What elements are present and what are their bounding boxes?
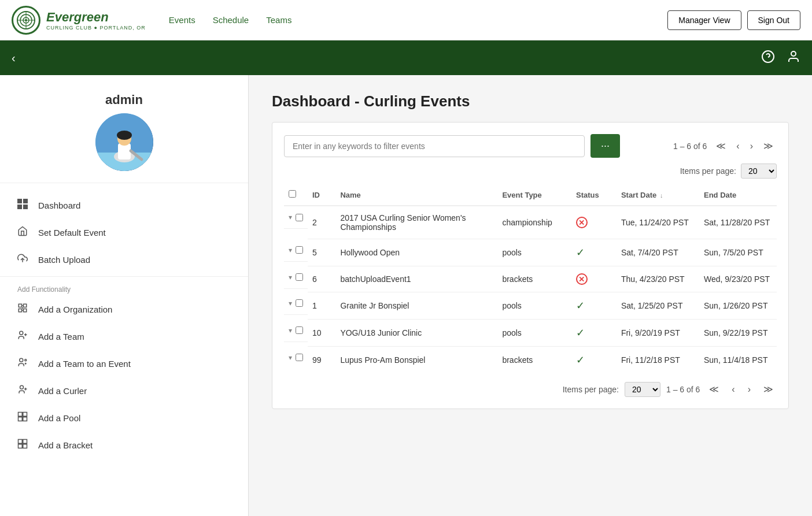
bottom-next-page-button[interactable]: ›	[744, 382, 754, 397]
table-header: ID Name Event Type Status Start Date ↓ E…	[284, 184, 777, 206]
svg-rect-13	[118, 143, 131, 159]
th-select-all	[284, 184, 308, 206]
header-row: ID Name Event Type Status Start Date ↓ E…	[284, 184, 777, 206]
svg-rect-24	[24, 309, 27, 312]
row-status: ✓	[571, 239, 617, 266]
table-body: ▾ 2 2017 USA Curling Senior Women's Cham…	[284, 206, 777, 373]
row-end-date: Sat, 11/28/20 PST	[699, 206, 777, 239]
sidebar-item-set-default[interactable]: Set Default Event	[0, 219, 248, 246]
row-end-date: Sun, 11/4/18 PST	[699, 347, 777, 374]
select-all-checkbox[interactable]	[289, 190, 296, 198]
expand-icon[interactable]: ▾	[289, 246, 292, 254]
add-bracket-icon	[17, 439, 30, 452]
sidebar-item-dashboard[interactable]: Dashboard	[0, 192, 248, 219]
sidebar-item-batch-upload[interactable]: Batch Upload	[0, 246, 248, 273]
sidebar-item-label: Add a Curler	[38, 386, 87, 396]
status-ok-icon: ✓	[576, 247, 585, 258]
profile-icon[interactable]	[787, 50, 800, 66]
sidebar-item-label: Batch Upload	[38, 255, 90, 265]
row-id: 1	[308, 292, 335, 320]
avatar	[95, 113, 153, 171]
row-status: ✓	[571, 292, 617, 320]
row-checkbox[interactable]	[296, 246, 303, 254]
top-navigation: Evergreen CURLING CLUB ● PORTLAND, OR Ev…	[0, 0, 812, 40]
nav-teams[interactable]: Teams	[266, 15, 291, 25]
row-checkbox[interactable]	[296, 273, 303, 281]
sidebar-item-add-pool[interactable]: Add a Pool	[0, 404, 248, 432]
sidebar-item-add-org[interactable]: Add a Organization	[0, 296, 248, 323]
add-org-icon	[17, 303, 30, 316]
logo: Evergreen CURLING CLUB ● PORTLAND, OR	[12, 6, 146, 35]
bottom-last-page-button[interactable]: ≫	[760, 381, 777, 397]
status-ok-icon: ✓	[576, 300, 585, 311]
help-icon[interactable]	[761, 50, 775, 66]
svg-rect-18	[23, 199, 28, 203]
row-name: Lupus Pro-Am Bonspiel	[335, 347, 497, 374]
row-event-type: brackets	[497, 266, 571, 292]
row-checkbox[interactable]	[296, 354, 303, 361]
expand-icon[interactable]: ▾	[289, 299, 292, 307]
upload-icon	[17, 253, 30, 266]
first-page-button[interactable]: ≪	[713, 138, 729, 154]
manager-view-button[interactable]: Manager View	[667, 10, 741, 30]
svg-rect-42	[23, 417, 27, 421]
sidebar-item-label: Add a Team	[38, 332, 84, 341]
next-page-button[interactable]: ›	[747, 139, 756, 154]
page-info: 1 – 6 of 6	[673, 142, 707, 151]
filter-button[interactable]: ···	[590, 134, 620, 158]
svg-rect-45	[23, 440, 27, 444]
table-row: ▾ 5 Hollywood Open pools ✓ Sat, 7/4/20 P…	[284, 239, 777, 266]
row-status: ✓	[571, 347, 617, 374]
expand-icon[interactable]: ▾	[289, 354, 292, 362]
prev-page-button[interactable]: ‹	[733, 139, 743, 154]
items-per-page-select[interactable]: 20 50 100	[741, 164, 777, 179]
row-checkbox[interactable]	[296, 299, 303, 307]
bottom-first-page-button[interactable]: ≪	[706, 381, 722, 397]
row-status: ✓	[571, 320, 617, 347]
sign-out-button[interactable]: Sign Out	[747, 10, 800, 30]
add-team-icon	[17, 330, 30, 343]
row-event-type: pools	[497, 292, 571, 320]
th-status: Status	[571, 184, 617, 206]
bottom-pagination: Items per page: 20 50 100 1 – 6 of 6 ≪ ‹…	[284, 373, 777, 397]
row-event-type: championship	[497, 206, 571, 239]
status-error-icon: ✕	[576, 273, 588, 285]
row-event-type: pools	[497, 239, 571, 266]
items-per-page-row: Items per page: 20 50 100	[284, 164, 777, 179]
row-checkbox[interactable]	[296, 214, 303, 221]
search-input[interactable]	[284, 135, 585, 157]
sidebar-item-add-team-to-event[interactable]: Add a Team to an Event	[0, 350, 248, 377]
home-icon	[17, 226, 30, 239]
row-expand-check: ▾	[284, 266, 308, 289]
th-end-date: End Date	[699, 184, 777, 206]
page-title: Dashboard - Curling Events	[272, 92, 789, 110]
bottom-items-select[interactable]: 20 50 100	[625, 382, 660, 397]
bottom-prev-page-button[interactable]: ‹	[728, 382, 738, 397]
events-table: ID Name Event Type Status Start Date ↓ E…	[284, 184, 777, 373]
sidebar-item-add-curler[interactable]: Add a Curler	[0, 377, 248, 404]
svg-point-8	[791, 51, 796, 56]
sidebar-nav: Dashboard Set Default Event Batch Upload…	[0, 183, 248, 467]
last-page-button[interactable]: ≫	[760, 138, 777, 154]
svg-rect-40	[23, 413, 27, 417]
row-id: 10	[308, 320, 335, 347]
th-name: Name	[335, 184, 497, 206]
expand-icon[interactable]: ▾	[289, 326, 292, 335]
nav-schedule[interactable]: Schedule	[213, 15, 249, 25]
row-start-date: Fri, 9/20/19 PST	[617, 320, 699, 347]
svg-rect-44	[19, 440, 23, 444]
bottom-page-info: 1 – 6 of 6	[666, 385, 700, 394]
sidebar-item-label: Dashboard	[38, 201, 80, 210]
add-curler-icon	[17, 384, 30, 398]
back-icon[interactable]: ‹	[12, 51, 16, 65]
expand-icon[interactable]: ▾	[289, 213, 292, 221]
nav-events[interactable]: Events	[169, 15, 195, 25]
add-functionality-title: Add Functionality	[0, 280, 248, 296]
svg-rect-20	[23, 205, 28, 209]
expand-icon[interactable]: ▾	[289, 273, 292, 281]
sidebar-item-add-bracket[interactable]: Add a Bracket	[0, 432, 248, 459]
th-event-type: Event Type	[497, 184, 571, 206]
sidebar-item-add-team[interactable]: Add a Team	[0, 323, 248, 350]
row-checkbox[interactable]	[296, 326, 303, 334]
sidebar-item-label: Add a Team to an Event	[38, 359, 131, 369]
